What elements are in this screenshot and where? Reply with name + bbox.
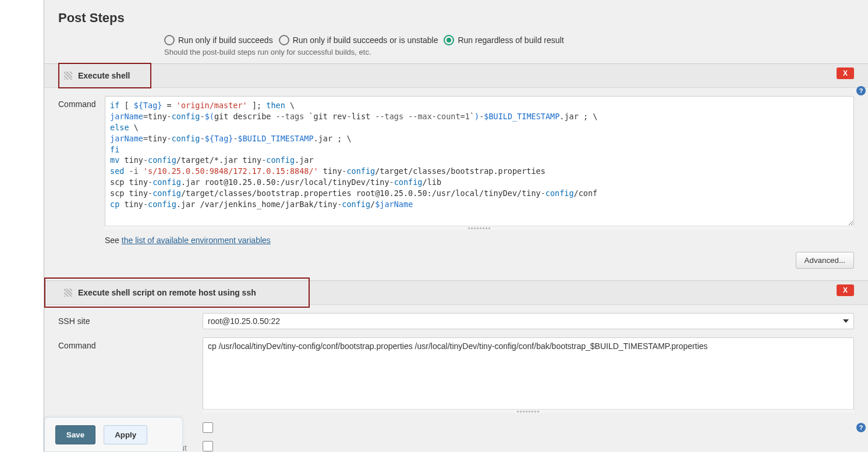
help-icon[interactable]: ? [856, 86, 866, 95]
post-step-trigger-radios: Run only if build succeeds Run only if b… [44, 33, 868, 47]
delete-step-button[interactable]: X [837, 284, 854, 296]
radio-label: Run only if build succeeds [178, 35, 273, 45]
section-title: Post Steps [44, 0, 868, 33]
help-icon[interactable]: ? [856, 423, 866, 432]
advanced-button[interactable]: Advanced... [796, 252, 854, 269]
left-sidebar [0, 0, 44, 452]
ssh-site-value: root@10.25.0.50:22 [208, 316, 280, 326]
apply-button[interactable]: Apply [104, 425, 147, 444]
radio-unstable[interactable]: Run only if build succeeds or is unstabl… [279, 35, 438, 45]
command-label: Command [58, 337, 203, 350]
radio-icon [444, 35, 454, 45]
command-label: Command [58, 96, 105, 109]
save-button[interactable]: Save [55, 425, 95, 444]
chevron-down-icon [843, 319, 849, 323]
main-panel: Post Steps Run only if build succeeds Ru… [44, 0, 868, 452]
drag-handle-icon[interactable] [64, 289, 72, 297]
ssh-site-label: SSH site [58, 313, 203, 326]
execute-each-line-checkbox[interactable] [203, 422, 213, 433]
env-vars-help: See the list of available environment va… [105, 230, 854, 245]
ssh-command-input[interactable]: cp /usr/local/tinyDev/tiny-config/conf/b… [203, 337, 854, 410]
env-vars-link[interactable]: the list of available environment variab… [122, 236, 271, 245]
step-header: Execute shell script on remote host usin… [44, 281, 868, 305]
ssh-site-row: SSH site root@10.25.0.50:22 [58, 313, 854, 329]
radio-regardless[interactable]: Run regardless of build result [444, 35, 564, 45]
delete-step-button[interactable]: X [837, 67, 854, 79]
drag-handle-icon[interactable] [64, 72, 72, 80]
hide-output-checkbox[interactable] [203, 441, 213, 451]
step-title: Execute shell script on remote host usin… [78, 288, 256, 297]
see-text: See [105, 236, 122, 245]
ssh-command-row: Command cp /usr/local/tinyDev/tiny-confi… [58, 337, 854, 410]
step-execute-shell: Execute shell X ? Command if [ ${Tag} = … [44, 63, 868, 277]
radio-icon [164, 35, 175, 45]
radio-icon [279, 35, 289, 45]
radio-help-text: Should the post-build steps run only for… [44, 47, 868, 63]
radio-succeeds[interactable]: Run only if build succeeds [164, 35, 273, 45]
command-code-input[interactable]: if [ ${Tag} = 'origin/master' ]; then \ … [105, 96, 854, 226]
step-header: Execute shell X ? [44, 64, 868, 88]
command-field-row: Command if [ ${Tag} = 'origin/master' ];… [58, 96, 854, 226]
step-title: Execute shell [78, 71, 130, 80]
radio-label: Run only if build succeeds or is unstabl… [293, 35, 438, 45]
radio-label: Run regardless of build result [458, 35, 564, 45]
footer-actions: Save Apply [44, 417, 183, 452]
ssh-site-select[interactable]: root@10.25.0.50:22 [203, 313, 854, 329]
